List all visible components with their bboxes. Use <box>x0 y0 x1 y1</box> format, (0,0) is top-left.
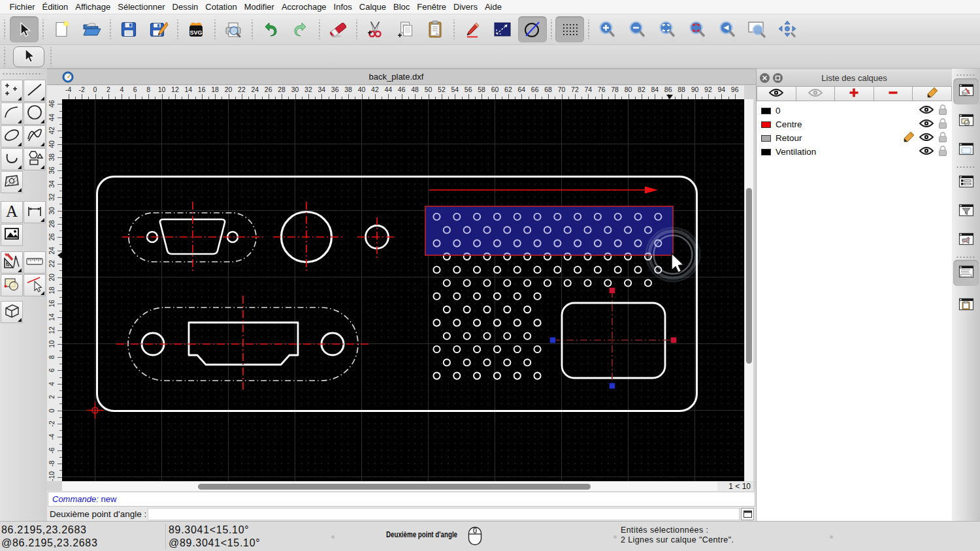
ruler-cursor-marker <box>57 252 62 259</box>
tool-box3d-button[interactable] <box>1 301 23 323</box>
pen-edit-button[interactable] <box>458 16 487 42</box>
layer-row-ventilation[interactable]: Ventilation <box>757 145 952 159</box>
tool-ruler-button[interactable] <box>24 251 46 274</box>
tool-image-button[interactable] <box>1 224 23 246</box>
menu-fichier[interactable]: Fichier <box>6 0 39 14</box>
tool-points-button[interactable] <box>1 80 23 102</box>
tool-ellipse-button[interactable] <box>1 125 23 148</box>
delete-eraser-button[interactable] <box>323 16 352 42</box>
layer-row-centre[interactable]: Centre <box>757 118 952 131</box>
menu-cotation[interactable]: Cotation <box>202 0 240 14</box>
tool-line-button[interactable] <box>24 80 46 102</box>
tool-modify-button[interactable] <box>24 274 46 296</box>
layers-pencil-button[interactable] <box>912 86 952 101</box>
vertical-scrollbar[interactable] <box>744 99 753 481</box>
svg-export-button[interactable]: SVG <box>182 16 210 42</box>
menu-aide[interactable]: Aide <box>481 0 505 14</box>
save-button[interactable] <box>114 16 143 42</box>
command-input[interactable] <box>148 508 740 520</box>
pan-button[interactable] <box>773 16 802 42</box>
win-blocks-dock-button[interactable] <box>953 108 979 134</box>
layer-lock-icon[interactable] <box>938 145 948 159</box>
layer-lock-icon[interactable] <box>938 131 948 146</box>
open-folder-button[interactable] <box>77 16 106 42</box>
layer-visibility-eye-icon[interactable] <box>919 105 934 117</box>
strip-handle[interactable] <box>956 74 975 78</box>
vertical-scrollbar-thumb[interactable] <box>746 188 752 364</box>
menu-infos[interactable]: Infos <box>330 0 355 14</box>
layer-row-0[interactable]: 0 <box>757 104 952 118</box>
layer-row-retour[interactable]: Retour <box>757 131 952 145</box>
tool-measure-button[interactable] <box>1 251 23 274</box>
save-as-button[interactable] <box>144 16 173 42</box>
zoom-auto-button[interactable] <box>653 16 681 42</box>
zoom-selection-button[interactable] <box>683 16 711 42</box>
menu-dessin[interactable]: Dessin <box>169 0 202 14</box>
layer-visibility-eye-icon[interactable] <box>919 119 934 131</box>
tool-circle-button[interactable] <box>24 102 46 125</box>
tool-polyline-button[interactable] <box>1 148 23 170</box>
zoom-window-button[interactable] <box>743 16 772 42</box>
menu-modifier[interactable]: Modifier <box>240 0 278 14</box>
layer-visibility-eye-icon[interactable] <box>919 146 934 158</box>
current-tool-button[interactable] <box>13 46 44 67</box>
win-layers-dock-button[interactable] <box>953 78 979 104</box>
circle-line-button[interactable] <box>518 16 547 42</box>
status-rel-coordinates: @86.2195,23.2683 <box>1 537 98 549</box>
menu-selectionner[interactable]: Sélectionner <box>114 0 169 14</box>
palette-handle[interactable] <box>2 72 42 76</box>
cut-scissors-button[interactable] <box>361 16 389 42</box>
menu-edition[interactable]: Édition <box>39 0 72 14</box>
zoom-in-button[interactable] <box>593 16 621 42</box>
cut-scissors-icon <box>365 20 385 39</box>
win-command-dock-button[interactable] <box>953 137 979 163</box>
layer-lock-icon[interactable] <box>938 104 948 118</box>
layers-plus-button[interactable] <box>834 86 874 101</box>
selection-rect-button[interactable] <box>488 16 517 42</box>
tool-dimension-button[interactable] <box>24 201 46 223</box>
new-file-button[interactable] <box>47 16 76 42</box>
win-cmdline-dock-button[interactable] <box>953 260 979 286</box>
win-clipboard-dock-button[interactable] <box>953 292 979 319</box>
copy-button[interactable] <box>391 16 419 42</box>
menu-divers[interactable]: Divers <box>450 0 482 14</box>
menu-calque[interactable]: Calque <box>355 0 389 14</box>
tool-arc-button[interactable] <box>1 102 23 125</box>
layers-eye-dark-button[interactable] <box>757 86 796 101</box>
horizontal-scrollbar[interactable] <box>62 481 717 491</box>
win-library-dock-button[interactable] <box>953 170 979 196</box>
select-arrow-button[interactable] <box>10 16 39 42</box>
ruler-tick <box>57 291 62 291</box>
drawing-canvas[interactable] <box>62 99 744 481</box>
layer-visibility-eye-icon[interactable] <box>919 133 934 144</box>
menu-fenetre[interactable]: Fenêtre <box>414 0 450 14</box>
ruler-tick <box>57 477 62 478</box>
zoom-out-button[interactable] <box>623 16 651 42</box>
layers-eye-light-button[interactable] <box>796 86 835 101</box>
paste-clipboard-icon <box>426 20 444 39</box>
menu-bloc[interactable]: Bloc <box>389 0 413 14</box>
menu-accrochage[interactable]: Accrochage <box>278 0 330 14</box>
menu-affichage[interactable]: Affichage <box>72 0 114 14</box>
ruler-label: 78 <box>611 86 619 93</box>
print-preview-button[interactable] <box>219 16 248 42</box>
horizontal-scrollbar-thumb[interactable] <box>198 484 591 490</box>
grid-toggle-button[interactable] <box>555 16 584 42</box>
undo-button[interactable] <box>256 16 285 42</box>
paste-clipboard-button[interactable] <box>421 16 449 42</box>
dock-title: Liste des calques <box>757 70 952 86</box>
win-filter-dock-button[interactable] <box>953 198 979 225</box>
tool-hatch-button[interactable] <box>1 171 23 193</box>
win-explorer-dock-button[interactable] <box>953 227 979 253</box>
view-previous-button[interactable] <box>713 16 742 42</box>
command-detach-button[interactable] <box>741 508 754 520</box>
layers-minus-button[interactable] <box>874 86 913 101</box>
tool-text-button[interactable]: A <box>1 201 23 223</box>
layer-lock-icon[interactable] <box>938 118 948 132</box>
tool-blocks-button[interactable] <box>1 274 23 296</box>
toolbar-handle[interactable] <box>2 47 7 67</box>
tool-shapes-button[interactable] <box>24 148 46 170</box>
command-history[interactable]: Commande: new <box>48 492 755 507</box>
tool-spline-button[interactable] <box>24 125 46 148</box>
redo-button[interactable] <box>286 16 315 42</box>
